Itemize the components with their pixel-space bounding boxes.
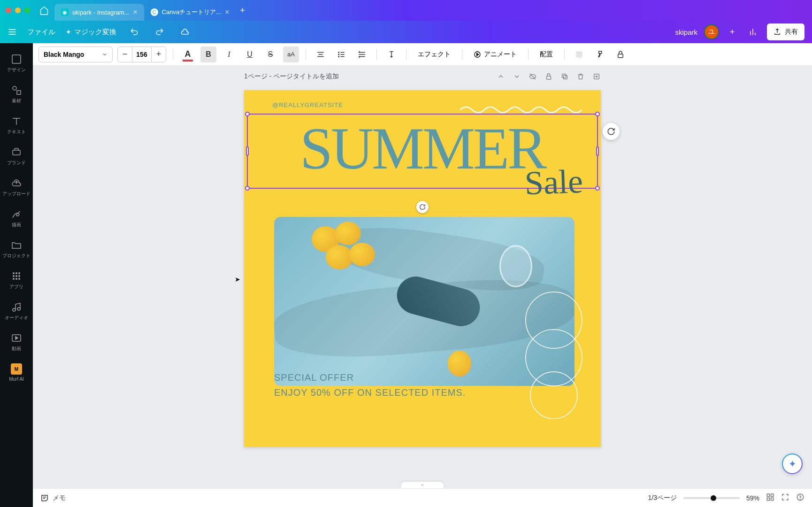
svg-rect-7 — [12, 55, 21, 63]
grid-view-icon[interactable] — [766, 493, 774, 503]
redo-icon[interactable] — [152, 24, 167, 39]
sidebar-item-video[interactable]: 動画 — [0, 327, 33, 358]
sidebar-label: Murf AI — [9, 376, 24, 382]
font-size-stepper: − + — [117, 46, 166, 62]
canvas-area[interactable]: 1ページ - ページタイトルを追加 @REALLYGREATSITE SUMME… — [33, 66, 812, 488]
animate-button[interactable]: アニメート — [469, 46, 521, 62]
share-button[interactable]: 共有 — [767, 23, 804, 40]
document-name[interactable]: skipark — [675, 28, 697, 36]
fullscreen-icon[interactable] — [781, 493, 789, 503]
resize-handle-e[interactable] — [596, 146, 599, 156]
zoom-slider[interactable] — [683, 497, 740, 499]
svg-point-20 — [13, 308, 15, 311]
strikethrough-button[interactable]: S — [262, 46, 278, 62]
magic-switch-button[interactable]: ✦マジック変換 — [66, 28, 116, 37]
sidebar-item-brand[interactable]: ブランド — [0, 141, 33, 172]
offer-text-block[interactable]: SPECIAL OFFER ENJOY 50% OFF ON SELECTED … — [274, 370, 466, 400]
lock-page-icon[interactable] — [544, 72, 553, 81]
duplicate-page-icon[interactable] — [560, 72, 569, 81]
sidebar-label: アプリ — [9, 284, 23, 290]
lock-button[interactable] — [613, 46, 628, 62]
svg-rect-43 — [562, 74, 566, 78]
align-button[interactable] — [313, 46, 329, 62]
resize-handle-sw[interactable] — [245, 186, 250, 191]
minimize-window-icon[interactable] — [15, 8, 21, 13]
animate-icon — [474, 51, 481, 58]
tab-active[interactable]: ◉ skipark - Instagram... × — [54, 4, 144, 21]
resize-handle-se[interactable] — [595, 186, 600, 191]
bold-button[interactable]: B — [200, 46, 216, 62]
home-icon[interactable] — [39, 6, 49, 15]
cloud-sync-icon[interactable] — [177, 24, 192, 39]
svg-point-15 — [15, 275, 17, 277]
sale-subtitle[interactable]: Sale — [524, 162, 584, 203]
rotate-handle[interactable] — [416, 201, 429, 213]
close-tab-icon[interactable]: × — [225, 8, 229, 16]
handle-text[interactable]: @REALLYGREATSITE — [272, 101, 343, 108]
transparency-button[interactable] — [571, 46, 587, 62]
text-case-button[interactable]: aA — [283, 46, 299, 62]
copy-style-button[interactable] — [592, 46, 608, 62]
magic-fab-button[interactable]: ✦ — [782, 453, 803, 474]
help-icon[interactable] — [796, 493, 804, 503]
sidebar-item-projects[interactable]: プロジェクト — [0, 234, 33, 265]
vertical-text-button[interactable] — [383, 46, 399, 62]
sidebar-item-elements[interactable]: 素材 — [0, 79, 33, 110]
design-page[interactable]: @REALLYGREATSITE SUMMER Sale — [244, 90, 601, 447]
offer-line-1: SPECIAL OFFER — [274, 370, 466, 385]
sidebar-item-audio[interactable]: オーディオ — [0, 296, 33, 327]
selected-text-element[interactable]: SUMMER Sale — [247, 114, 598, 189]
sidebar-item-upload[interactable]: アップロード — [0, 172, 33, 203]
analytics-icon[interactable] — [745, 24, 760, 39]
maximize-window-icon[interactable] — [24, 8, 30, 13]
sidebar-item-design[interactable]: デザイン — [0, 48, 33, 79]
avatar[interactable]: ユ — [704, 24, 719, 39]
menu-icon[interactable] — [8, 27, 17, 37]
notes-button[interactable]: メモ — [40, 494, 66, 502]
page-counter[interactable]: 1/3ページ — [648, 494, 677, 502]
tab-inactive[interactable]: C Canvaチュートリア... × — [144, 4, 236, 21]
collapse-up-icon[interactable] — [497, 72, 505, 81]
italic-button[interactable]: I — [221, 46, 237, 62]
svg-point-26 — [338, 52, 339, 53]
position-button[interactable]: 配置 — [535, 46, 558, 62]
regenerate-button[interactable] — [603, 123, 620, 140]
separator — [528, 49, 529, 60]
file-menu[interactable]: ファイル — [27, 28, 55, 37]
delete-page-icon[interactable] — [576, 72, 585, 81]
sidebar-item-text[interactable]: テキスト — [0, 110, 33, 141]
sidebar-label: デザイン — [7, 67, 26, 73]
resize-handle-ne[interactable] — [595, 112, 600, 116]
list-button[interactable] — [333, 46, 349, 62]
circles-decoration — [516, 287, 591, 419]
sidebar-item-apps[interactable]: アプリ — [0, 265, 33, 296]
decrease-size-button[interactable]: − — [118, 47, 132, 62]
increase-size-button[interactable]: + — [152, 47, 166, 62]
spacing-button[interactable] — [354, 46, 370, 62]
page-title-label[interactable]: 1ページ - ページタイトルを追加 — [244, 72, 339, 81]
svg-point-16 — [18, 275, 20, 277]
zoom-value[interactable]: 59% — [746, 494, 759, 502]
underline-button[interactable]: U — [242, 46, 258, 62]
font-size-input[interactable] — [132, 47, 152, 62]
sidebar-item-draw[interactable]: 描画 — [0, 203, 33, 234]
expand-down-icon[interactable] — [513, 72, 521, 81]
canva-tab-icon: ◉ — [61, 8, 69, 16]
resize-handle-nw[interactable] — [245, 112, 250, 116]
add-tab-button[interactable]: + — [236, 4, 249, 17]
resize-handle-w[interactable] — [246, 146, 249, 156]
sidebar-item-murf[interactable]: MMurf AI — [0, 358, 33, 387]
svg-point-11 — [13, 272, 15, 274]
hide-page-icon[interactable] — [529, 72, 537, 81]
effects-button[interactable]: エフェクト — [413, 46, 455, 62]
undo-icon[interactable] — [127, 24, 142, 39]
tab-label: Canvaチュートリア... — [162, 8, 221, 16]
add-page-icon[interactable] — [592, 72, 601, 81]
font-family-select[interactable]: Black Mango — [38, 46, 113, 62]
close-tab-icon[interactable]: × — [133, 8, 137, 16]
expand-panel-tab[interactable] — [401, 482, 444, 488]
add-member-button[interactable]: + — [726, 25, 739, 38]
close-window-icon[interactable] — [6, 8, 11, 13]
svg-point-14 — [13, 275, 15, 277]
text-color-button[interactable]: A — [180, 46, 196, 62]
